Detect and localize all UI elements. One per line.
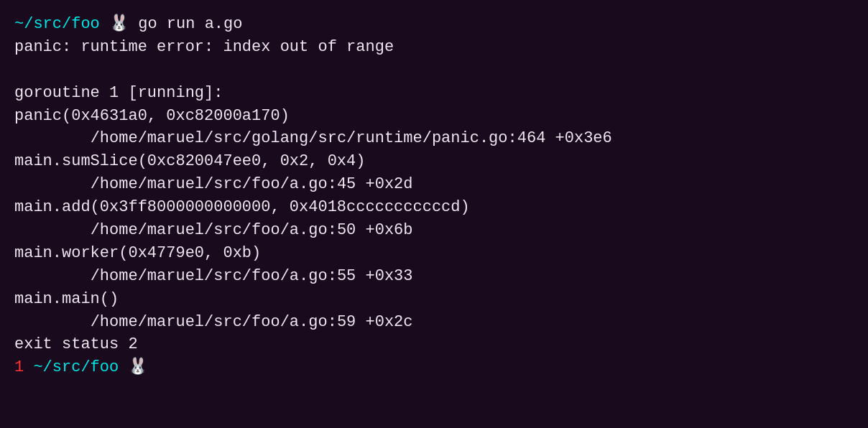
prompt-path: ~/src/foo	[14, 13, 100, 36]
prompt-rabbit: 🐰	[100, 13, 129, 36]
prompt2-path: ~/src/foo	[24, 356, 119, 379]
stack-line-worker-call: main.worker(0x4779e0, 0xb)	[14, 242, 854, 265]
stack-line-worker-path: /home/maruel/src/foo/a.go:55 +0x33	[14, 265, 854, 288]
command-line: ~/src/foo 🐰 go run a.go	[14, 13, 854, 36]
stack-line-add-path: /home/maruel/src/foo/a.go:50 +0x6b	[14, 219, 854, 242]
stack-text: panic(0x4631a0, 0xc82000a170)	[14, 105, 290, 128]
goroutine-line: goroutine 1 [running]:	[14, 82, 854, 105]
stack-text: /home/maruel/src/golang/src/runtime/pani…	[14, 127, 612, 150]
stack-line-add-call: main.add(0x3ff8000000000000, 0x4018ccccc…	[14, 196, 854, 219]
prompt-number: 1	[14, 356, 24, 379]
stack-line-panic-call: panic(0x4631a0, 0xc82000a170)	[14, 105, 854, 128]
stack-text: /home/maruel/src/foo/a.go:59 +0x2c	[14, 311, 413, 334]
terminal: ~/src/foo 🐰 go run a.go panic: runtime e…	[14, 13, 854, 415]
stack-text: main.main()	[14, 288, 119, 311]
stack-line-sumslice-call: main.sumSlice(0xc820047ee0, 0x2, 0x4)	[14, 150, 854, 173]
blank-line	[14, 59, 854, 82]
stack-line-panic-path: /home/maruel/src/golang/src/runtime/pani…	[14, 127, 854, 150]
panic-error-text: panic: runtime error: index out of range	[14, 36, 394, 59]
stack-text: main.worker(0x4779e0, 0xb)	[14, 242, 261, 265]
stack-text: /home/maruel/src/foo/a.go:45 +0x2d	[14, 173, 413, 196]
goroutine-text: goroutine 1 [running]:	[14, 82, 223, 105]
stack-text: main.sumSlice(0xc820047ee0, 0x2, 0x4)	[14, 150, 365, 173]
stack-text: /home/maruel/src/foo/a.go:55 +0x33	[14, 265, 413, 288]
prompt-command: go run a.go	[129, 13, 242, 36]
stack-text: /home/maruel/src/foo/a.go:50 +0x6b	[14, 219, 413, 242]
stack-line-sumslice-path: /home/maruel/src/foo/a.go:45 +0x2d	[14, 173, 854, 196]
exit-status-text: exit status 2	[14, 333, 138, 356]
stack-line-main-path: /home/maruel/src/foo/a.go:59 +0x2c	[14, 311, 854, 334]
stack-line-main-call: main.main()	[14, 288, 854, 311]
panic-error-line: panic: runtime error: index out of range	[14, 36, 854, 59]
prompt2-rabbit: 🐰	[119, 356, 147, 379]
second-prompt-line: 1 ~/src/foo 🐰	[14, 356, 854, 379]
exit-status-line: exit status 2	[14, 333, 854, 356]
stack-text: main.add(0x3ff8000000000000, 0x4018ccccc…	[14, 196, 470, 219]
